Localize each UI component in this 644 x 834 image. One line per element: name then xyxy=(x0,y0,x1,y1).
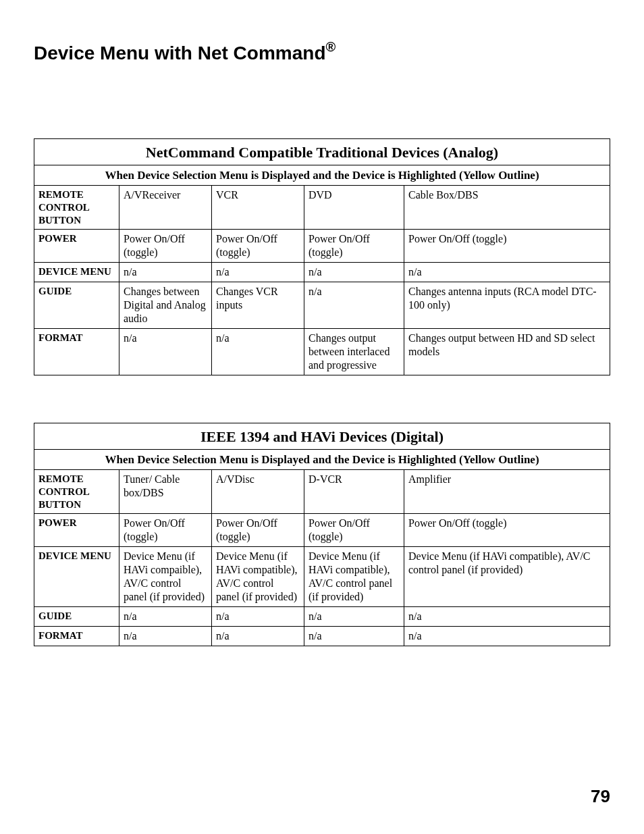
cell: n/a xyxy=(304,627,404,646)
cell: Power On/Off (toggle) xyxy=(304,230,404,263)
table-row: FORMAT n/a n/a n/a n/a xyxy=(34,627,610,646)
row-header: POWER xyxy=(34,230,119,263)
page-title-text: Device Menu with Net Command xyxy=(34,43,326,63)
cell: n/a xyxy=(304,263,404,282)
page: Device Menu with Net Command® NetCommand… xyxy=(0,0,644,834)
cell: VCR xyxy=(212,186,304,230)
row-header: REMOTE CONTROL BUTTON xyxy=(34,470,119,514)
table-row: DEVICE MENU Device Menu (if HAVi compaib… xyxy=(34,547,610,607)
cell: n/a xyxy=(119,607,212,627)
registered-mark: ® xyxy=(326,39,336,54)
cell: n/a xyxy=(404,607,610,627)
table-row: POWER Power On/Off (toggle) Power On/Off… xyxy=(34,514,610,547)
cell: n/a xyxy=(212,627,304,646)
cell: Power On/Off (toggle) xyxy=(119,230,212,263)
table-subtitle: When Device Selection Menu is Displayed … xyxy=(34,449,610,469)
cell: A/VDisc xyxy=(212,470,304,514)
table-analog: NetCommand Compatible Traditional Device… xyxy=(34,138,610,375)
table-row: GUIDE Changes between Digital and Analog… xyxy=(34,282,610,329)
cell: Power On/Off (toggle) xyxy=(404,514,610,547)
table-row: REMOTE CONTROL BUTTON A/VReceiver VCR DV… xyxy=(34,186,610,230)
table-row: GUIDE n/a n/a n/a n/a xyxy=(34,607,610,627)
cell: Amplifier xyxy=(404,470,610,514)
cell: A/VReceiver xyxy=(119,186,212,230)
cell: n/a xyxy=(404,263,610,282)
table-digital: IEEE 1394 and HAVi Devices (Digital) Whe… xyxy=(34,423,610,646)
cell: DVD xyxy=(304,186,404,230)
table-row: DEVICE MENU n/a n/a n/a n/a xyxy=(34,263,610,282)
cell: n/a xyxy=(304,607,404,627)
table-subtitle: When Device Selection Menu is Displayed … xyxy=(34,165,610,185)
cell: Device Menu (if HAVi compatible), AV/C c… xyxy=(212,547,304,607)
cell: n/a xyxy=(304,282,404,329)
cell: n/a xyxy=(119,263,212,282)
cell: Changes VCR inputs xyxy=(212,282,304,329)
cell: n/a xyxy=(212,329,304,375)
table-row: FORMAT n/a n/a Changes output between in… xyxy=(34,329,610,375)
row-header: REMOTE CONTROL BUTTON xyxy=(34,186,119,230)
cell: D-VCR xyxy=(304,470,404,514)
cell: Tuner/ Cable box/DBS xyxy=(119,470,212,514)
page-title: Device Menu with Net Command® xyxy=(34,41,610,64)
row-header: GUIDE xyxy=(34,607,119,627)
cell: Device Menu (if HAVi compatible), AV/C c… xyxy=(404,547,610,607)
table-row: REMOTE CONTROL BUTTON Tuner/ Cable box/D… xyxy=(34,470,610,514)
cell: Changes antenna inputs (RCA model DTC-10… xyxy=(404,282,610,329)
cell: n/a xyxy=(212,607,304,627)
cell: Cable Box/DBS xyxy=(404,186,610,230)
cell: Power On/Off (toggle) xyxy=(212,514,304,547)
cell: Power On/Off (toggle) xyxy=(404,230,610,263)
cell: Changes output between HD and SD select … xyxy=(404,329,610,375)
table-title: NetCommand Compatible Traditional Device… xyxy=(34,139,610,165)
table-row: When Device Selection Menu is Displayed … xyxy=(34,449,610,469)
table-row: POWER Power On/Off (toggle) Power On/Off… xyxy=(34,230,610,263)
row-header: DEVICE MENU xyxy=(34,263,119,282)
cell: Changes between Digital and Analog audio xyxy=(119,282,212,329)
cell: Power On/Off (toggle) xyxy=(304,514,404,547)
cell: n/a xyxy=(404,627,610,646)
cell: n/a xyxy=(212,263,304,282)
table-row: When Device Selection Menu is Displayed … xyxy=(34,165,610,185)
cell: n/a xyxy=(119,627,212,646)
cell: Power On/Off (toggle) xyxy=(119,514,212,547)
table-row: IEEE 1394 and HAVi Devices (Digital) xyxy=(34,423,610,450)
page-number: 79 xyxy=(591,786,610,807)
row-header: POWER xyxy=(34,514,119,547)
cell: Changes output between interlaced and pr… xyxy=(304,329,404,375)
row-header: GUIDE xyxy=(34,282,119,329)
cell: Device Menu (if HAVi compaible), AV/C co… xyxy=(119,547,212,607)
row-header: FORMAT xyxy=(34,627,119,646)
row-header: FORMAT xyxy=(34,329,119,375)
table-row: NetCommand Compatible Traditional Device… xyxy=(34,139,610,165)
cell: Device Menu (if HAVi compatible), AV/C c… xyxy=(304,547,404,607)
table-title: IEEE 1394 and HAVi Devices (Digital) xyxy=(34,423,610,450)
cell: n/a xyxy=(119,329,212,375)
cell: Power On/Off (toggle) xyxy=(212,230,304,263)
row-header: DEVICE MENU xyxy=(34,547,119,607)
